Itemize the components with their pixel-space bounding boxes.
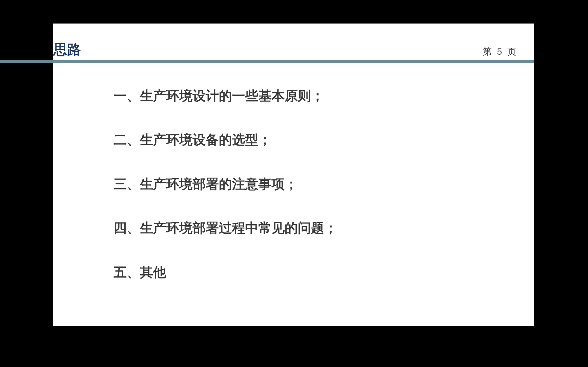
list-item: 三、生产环境部署的注意事项； [114, 176, 337, 193]
list-item: 五、其他 [114, 264, 337, 281]
slide-header: 思路 第 5 页 [20, 24, 534, 59]
header-divider [0, 60, 534, 63]
list-item: 二、生产环境设备的选型； [114, 131, 337, 148]
list-item: 四、生产环境部署过程中常见的问题； [114, 220, 337, 237]
slide: 思路 第 5 页 一、生产环境设计的一些基本原则； 二、生产环境设备的选型； 三… [53, 24, 534, 326]
list-item: 一、生产环境设计的一些基本原则； [114, 88, 337, 104]
slide-content: 一、生产环境设计的一些基本原则； 二、生产环境设备的选型； 三、生产环境部署的注… [114, 88, 337, 308]
page-number: 第 5 页 [483, 46, 518, 58]
slide-title: 思路 [53, 40, 81, 59]
